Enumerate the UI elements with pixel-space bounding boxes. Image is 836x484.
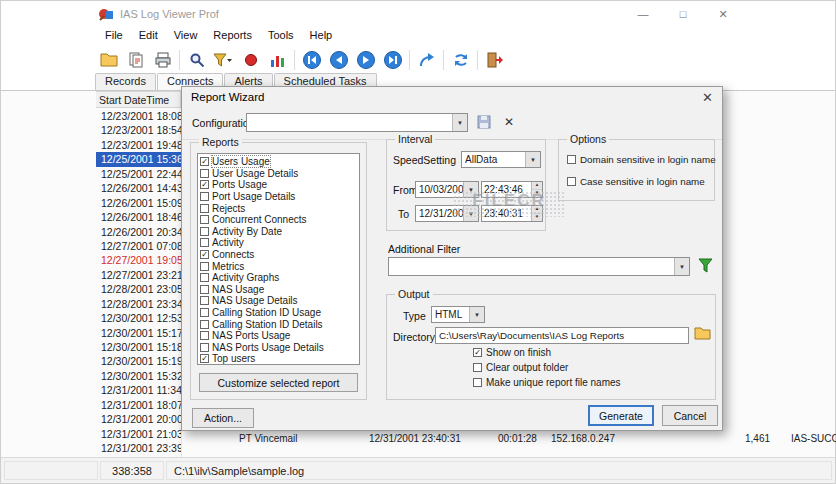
record-row[interactable]: 12/25/2001 15:36:3	[96, 152, 181, 166]
forward-icon[interactable]	[413, 47, 440, 72]
nav-last-icon[interactable]	[379, 47, 406, 72]
exit-icon[interactable]	[481, 47, 508, 72]
save-configuration-icon[interactable]	[476, 114, 492, 132]
record-row[interactable]: 12/30/2001 15:19:1	[96, 354, 181, 368]
checkbox-icon[interactable]	[200, 192, 209, 201]
menu-file[interactable]: File	[97, 27, 131, 45]
chevron-down-icon[interactable]: ▼	[452, 114, 467, 131]
report-item[interactable]: NAS Usage	[198, 284, 359, 296]
checkbox-icon[interactable]	[200, 285, 209, 294]
report-item[interactable]: Concurrent Connects	[198, 214, 359, 226]
nav-next-icon[interactable]	[352, 47, 379, 72]
speed-setting-combobox[interactable]: AllData ▼	[461, 151, 541, 168]
cancel-button[interactable]: Cancel	[662, 405, 718, 426]
checkbox-option[interactable]: Domain sensitive in login name	[567, 148, 712, 170]
close-button[interactable]: ✕	[705, 1, 741, 27]
report-item[interactable]: ✓Connects	[198, 249, 359, 261]
checkbox-option[interactable]: Case sensitive in login name	[567, 170, 712, 192]
checkbox-icon[interactable]	[200, 343, 209, 352]
report-item[interactable]: Calling Station ID Details	[198, 318, 359, 330]
output-type-combobox[interactable]: HTML ▼	[431, 306, 485, 323]
report-item[interactable]: Calling Station ID Usage	[198, 307, 359, 319]
record-row[interactable]: 12/28/2001 23:05:3	[96, 282, 181, 296]
record-row[interactable]: 12/30/2001 15:18:1	[96, 340, 181, 354]
checkbox-icon[interactable]	[567, 177, 576, 186]
record-row[interactable]: 12/27/2001 19:05:2	[96, 253, 181, 267]
checkbox-icon[interactable]	[473, 363, 482, 372]
checkbox-icon[interactable]	[473, 378, 482, 387]
record-row[interactable]: 12/27/2001 07:08:3	[96, 239, 181, 253]
checkbox-icon[interactable]	[200, 308, 209, 317]
checkbox-icon[interactable]	[200, 273, 209, 282]
column-header-start-datetime[interactable]: Start DateTime	[96, 91, 181, 108]
menu-tools[interactable]: Tools	[260, 27, 302, 45]
record-row[interactable]: 12/30/2001 12:53:4	[96, 311, 181, 325]
record-row[interactable]: 12/26/2001 20:34:4	[96, 225, 181, 239]
minimize-button[interactable]: —	[625, 1, 661, 27]
report-item[interactable]: Rejects	[198, 202, 359, 214]
record-row[interactable]: 12/23/2001 18:08:4	[96, 109, 181, 123]
checkbox-icon[interactable]	[567, 155, 576, 164]
menu-view[interactable]: View	[166, 27, 206, 45]
checkbox-icon[interactable]: ✓	[200, 250, 209, 259]
chevron-down-icon[interactable]: ▼	[525, 152, 540, 167]
report-item[interactable]: Port Usage Details	[198, 191, 359, 203]
record-row[interactable]: 12/30/2001 15:17:0	[96, 326, 181, 340]
chart-icon[interactable]	[264, 47, 291, 72]
menu-reports[interactable]: Reports	[205, 27, 260, 45]
report-item[interactable]: User Usage Details	[198, 168, 359, 180]
maximize-button[interactable]: □	[665, 1, 701, 27]
record-row[interactable]: 12/26/2001 15:09:1	[96, 196, 181, 210]
checkbox-icon[interactable]	[200, 204, 209, 213]
record-row[interactable]: 12/28/2001 23:34:5	[96, 297, 181, 311]
report-item[interactable]: NAS Usage Details	[198, 295, 359, 307]
report-item[interactable]: NAS Ports Usage Details	[198, 342, 359, 354]
record-row[interactable]: 12/31/2001 11:34:1	[96, 383, 181, 397]
record-row[interactable]: 12/23/2001 18:54:5	[96, 123, 181, 137]
spin-up-icon[interactable]: ▲	[532, 182, 542, 190]
generate-button[interactable]: Generate	[588, 405, 654, 426]
checkbox-icon[interactable]	[200, 215, 209, 224]
report-item[interactable]: ✓Top users	[198, 353, 359, 365]
record-icon[interactable]	[237, 47, 264, 72]
browse-folder-icon[interactable]	[694, 326, 711, 342]
open-log-icon[interactable]	[95, 47, 122, 72]
checkbox-icon[interactable]: ✓	[200, 157, 209, 166]
checkbox-option[interactable]: ✓Show on finish	[473, 345, 621, 360]
checkbox-icon[interactable]	[200, 320, 209, 329]
tab-records[interactable]: Records	[95, 73, 156, 90]
report-item[interactable]: Activity By Date	[198, 226, 359, 238]
record-row[interactable]: 12/31/2001 20:00:2	[96, 412, 181, 426]
record-row[interactable]: 12/27/2001 23:21:1	[96, 268, 181, 282]
checkbox-icon[interactable]	[200, 238, 209, 247]
record-row[interactable]: 12/26/2001 18:46:3	[96, 210, 181, 224]
record-row[interactable]: 12/31/2001 18:07:0	[96, 398, 181, 412]
checkbox-icon[interactable]	[200, 169, 209, 178]
report-item[interactable]: Activity Graphs	[198, 272, 359, 284]
report-item[interactable]: ✓Ports Usage	[198, 179, 359, 191]
report-item[interactable]: Activity	[198, 237, 359, 249]
checkbox-icon[interactable]	[200, 262, 209, 271]
report-item[interactable]: ✓Users Usage	[198, 156, 359, 168]
additional-filter-combobox[interactable]: ▼	[388, 257, 690, 276]
configuration-combobox[interactable]: ▼	[246, 113, 468, 132]
checkbox-icon[interactable]: ✓	[473, 348, 482, 357]
print-icon[interactable]	[149, 47, 176, 72]
report-item[interactable]: Metrics	[198, 260, 359, 272]
chevron-down-icon[interactable]: ▼	[674, 258, 689, 275]
customize-report-button[interactable]: Customize selected report	[199, 373, 358, 392]
log-files-icon[interactable]	[122, 47, 149, 72]
filter-icon[interactable]	[698, 258, 714, 275]
checkbox-icon[interactable]	[200, 227, 209, 236]
action-button[interactable]: Action...	[192, 408, 254, 428]
checkbox-option[interactable]: Clear output folder	[473, 360, 621, 375]
filter-icon[interactable]	[210, 47, 237, 72]
record-row[interactable]: 12/30/2001 15:32:2	[96, 369, 181, 383]
record-row[interactable]: 12/23/2001 19:48:4	[96, 138, 181, 152]
checkbox-icon[interactable]	[200, 331, 209, 340]
menu-edit[interactable]: Edit	[131, 27, 166, 45]
menu-help[interactable]: Help	[302, 27, 341, 45]
delete-configuration-icon[interactable]: ✕	[504, 115, 514, 129]
chevron-down-icon[interactable]: ▼	[469, 307, 484, 322]
record-row[interactable]: 12/26/2001 14:43:4	[96, 181, 181, 195]
